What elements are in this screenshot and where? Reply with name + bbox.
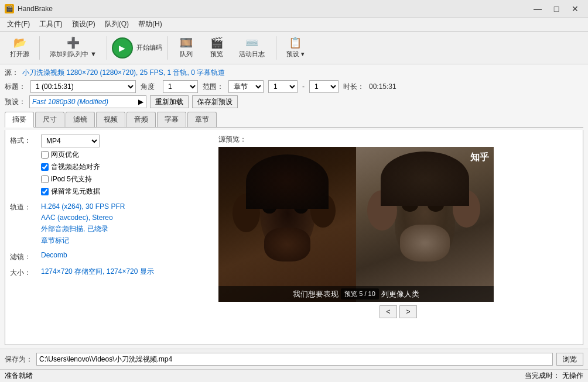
maximize-button[interactable]: □ — [548, 2, 565, 15]
add-to-queue-button[interactable]: ➕ 添加到队列中 ▼ — [45, 34, 102, 62]
tab-dimensions[interactable]: 尺寸 — [35, 112, 64, 127]
menu-help[interactable]: 帮助(H) — [134, 18, 167, 30]
minimize-button[interactable]: — — [529, 2, 546, 15]
reload-preset-button[interactable]: 重新加载 — [150, 95, 189, 108]
monkey-art-left — [218, 147, 356, 302]
tab-filters[interactable]: 滤镜 — [66, 112, 95, 127]
source-line: 源： 小刀洗澡视频 1280×720 (1280×720), 25 FPS, 1… — [5, 68, 583, 78]
web-optimize-label: 网页优化 — [51, 150, 79, 160]
menu-queue[interactable]: 队列(Q) — [100, 18, 134, 30]
browse-button[interactable]: 浏览 — [556, 353, 583, 366]
preview-container: 知乎 我们想要表现 预览 5 / 10 列更像人类 — [218, 147, 494, 302]
ipod-label: iPod 5代支持 — [51, 174, 92, 184]
preview-nav: < > — [218, 305, 578, 318]
align-av-checkbox[interactable] — [41, 163, 49, 171]
queue-label: 队列 — [180, 50, 193, 58]
app-title: HandBrake — [18, 5, 53, 13]
menu-presets[interactable]: 预设(P) — [67, 18, 100, 30]
format-select[interactable]: MP4 — [41, 135, 100, 147]
start-encode-button[interactable]: ▶ — [112, 37, 133, 58]
format-label: 格式： — [10, 135, 36, 146]
activity-log-button[interactable]: ⌨️ 活动日志 — [233, 34, 271, 62]
toolbar-sep-4 — [276, 36, 276, 60]
range-label: 范围： — [203, 82, 224, 92]
toolbar: 📂 打开源 ➕ 添加到队列中 ▼ ▶ 开始编码 🎞️ 队列 🎬 预览 ⌨️ 活动… — [0, 32, 588, 64]
format-row: 格式： MP4 网页优化 音视频起始对齐 — [10, 135, 209, 197]
tab-audio[interactable]: 音频 — [127, 112, 156, 127]
chapter-from-select[interactable]: 1 — [268, 80, 298, 93]
tracks-label: 轨道： — [10, 201, 36, 212]
preset-label: 预设 ▾ — [286, 50, 305, 58]
tab-content: 格式： MP4 网页优化 音视频起始对齐 — [5, 130, 583, 345]
window-controls: — □ ✕ — [529, 2, 583, 15]
preview-button[interactable]: 🎬 预览 — [203, 34, 231, 62]
title-bar: 🎬 HandBrake — □ ✕ — [0, 0, 588, 18]
menu-file[interactable]: 文件(F) — [2, 18, 35, 30]
queue-button[interactable]: 🎞️ 队列 — [172, 34, 200, 62]
app-icon: 🎬 — [5, 4, 14, 13]
zhihu-watermark: 知乎 — [470, 152, 489, 164]
save-label: 保存为： — [5, 355, 33, 364]
tab-subtitles[interactable]: 字幕 — [157, 112, 186, 127]
align-av-row: 音视频起始对齐 — [41, 162, 209, 172]
activity-icon: ⌨️ — [245, 37, 259, 49]
toolbar-sep-1 — [39, 36, 40, 60]
web-optimize-checkbox[interactable] — [41, 151, 49, 159]
activity-label: 活动日志 — [239, 50, 265, 58]
track-4: 章节标记 — [41, 235, 125, 246]
queue-icon: 🎞️ — [179, 37, 193, 49]
open-icon: 📂 — [13, 37, 27, 49]
preview-label: 预览 — [210, 50, 223, 58]
size-value: 1274×720 存储空间, 1274×720 显示 — [41, 267, 154, 277]
save-bar: 保存为： 浏览 — [0, 349, 588, 369]
start-label: 开始编码 — [136, 43, 162, 52]
menu-tools[interactable]: 工具(T) — [35, 18, 67, 30]
close-button[interactable]: ✕ — [567, 2, 583, 15]
tab-chapters[interactable]: 章节 — [187, 112, 217, 127]
range-select[interactable]: 章节 — [228, 80, 264, 93]
toolbar-sep-3 — [167, 36, 167, 60]
title-select[interactable]: 1 (00:15:31) — [30, 80, 136, 93]
preset-field[interactable]: Fast 1080p30 (Modified) ▶ — [29, 95, 146, 108]
metadata-label: 保留常见元数据 — [51, 187, 100, 197]
open-label: 打开源 — [10, 50, 29, 58]
monkey-head-top — [246, 154, 329, 209]
size-row: 大小： 1274×720 存储空间, 1274×720 显示 — [10, 267, 209, 278]
preview-right-monkey: 知乎 — [356, 147, 494, 302]
chapter-to-select[interactable]: 1 — [309, 80, 339, 93]
monkey-art-right — [356, 147, 494, 302]
preset-button[interactable]: 📋 预设 ▾ — [281, 34, 310, 62]
monkey-head-top-r — [381, 152, 469, 206]
right-panel: 源预览： — [218, 135, 578, 340]
next-preview-button[interactable]: > — [399, 305, 417, 318]
preset-icon: 📋 — [288, 37, 302, 49]
tracks-row: 轨道： H.264 (x264), 30 FPS PFR AAC (avcode… — [10, 201, 209, 246]
title-label: 标题： — [5, 82, 26, 92]
track-1: H.264 (x264), 30 FPS PFR — [41, 201, 125, 212]
menu-bar: 文件(F) 工具(T) 预设(P) 队列(Q) 帮助(H) — [0, 18, 588, 32]
ipod-checkbox[interactable] — [41, 175, 49, 183]
completion-value: 无操作 — [562, 371, 583, 381]
preset-arrow-icon: ▶ — [138, 98, 143, 106]
tab-summary[interactable]: 摘要 — [5, 112, 34, 128]
tab-video[interactable]: 视频 — [96, 112, 125, 127]
status-bar: 准备就绪 当完成时： 无操作 — [0, 369, 588, 382]
preview-badge: 预览 5 / 10 — [341, 288, 379, 300]
open-source-button[interactable]: 📂 打开源 — [5, 34, 35, 62]
save-preset-button[interactable]: 保存新预设 — [192, 95, 238, 108]
dash-separator: - — [302, 82, 305, 91]
angle-label: 角度 — [141, 82, 158, 92]
angle-select[interactable]: 1 — [163, 80, 198, 93]
duration-value: 00:15:31 — [369, 82, 396, 91]
monkey-muzzle-right — [400, 225, 450, 262]
save-path-input[interactable] — [36, 353, 553, 366]
tracks-info: H.264 (x264), 30 FPS PFR AAC (avcodec), … — [41, 201, 125, 246]
preset-row: 预设： Fast 1080p30 (Modified) ▶ 重新加载 保存新预设 — [5, 95, 583, 108]
completion-area: 当完成时： 无操作 — [525, 371, 583, 381]
track-3: 外部音频扫描, 已绕录 — [41, 223, 125, 235]
filters-label: 滤镜： — [10, 251, 36, 262]
metadata-checkbox[interactable] — [41, 188, 49, 195]
add-queue-label: 添加到队列中 ▼ — [50, 50, 97, 58]
prev-preview-button[interactable]: < — [380, 305, 397, 318]
subtitle-right: 列更像人类 — [381, 289, 419, 300]
